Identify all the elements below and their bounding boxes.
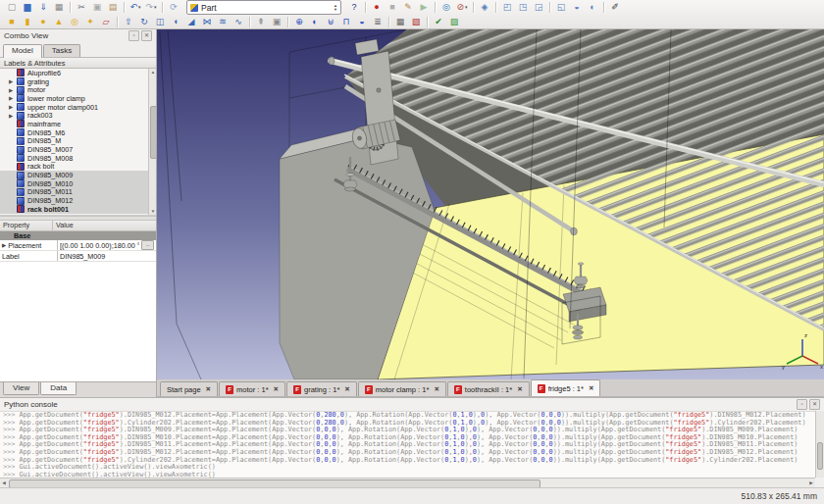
macro-record-button[interactable]: ● [370,1,384,14]
float-console-icon[interactable]: ▫ [797,399,807,410]
close-tab-icon[interactable]: ✕ [517,385,522,393]
tree-item-lower-motor-clamp[interactable]: ▶lower motor clamp [0,94,156,103]
view-top-button[interactable]: ◳ [516,1,530,14]
tree-item-aluprofile6[interactable]: Aluprofile6 [0,69,156,77]
tab-data[interactable]: Data [40,382,77,395]
console-vscroll-thumb[interactable] [817,442,823,470]
new-file-button[interactable]: ▢ [5,1,19,14]
console-hscrollbar[interactable]: ◀ ▶ [0,478,815,487]
refresh-button[interactable]: ⟳ [167,1,180,14]
property-group-base[interactable]: Base [0,231,156,240]
float-panel-icon[interactable]: ▫ [129,30,139,41]
expander-icon[interactable]: ▶ [9,78,17,84]
workbench-selector[interactable]: Part ▲▼ [186,0,341,15]
print-button[interactable]: ▦ [52,1,66,14]
undo-button[interactable]: ↶▾ [129,1,142,14]
close-tab-icon[interactable]: ✕ [344,385,349,393]
save-button[interactable]: ⇓ [36,1,50,14]
sweep-button[interactable]: ∿ [232,16,245,28]
property-value-cell[interactable]: DIN985_M009 [58,252,156,261]
paste-button[interactable]: ▤ [106,1,120,14]
macro-stop-button[interactable]: ■ [386,1,399,14]
section-button[interactable]: ◒ [355,16,369,28]
document-tab-toothrackii[interactable]: FtoothrackII : 1*✕ [447,381,530,396]
shape-builder-button[interactable]: ▱ [99,16,113,28]
property-row-placement[interactable]: ▶Placement[(0.00 1.00 0.00);180.00 °;(65… [0,240,156,251]
tree-item-din985_m007[interactable]: DIN985_M007 [0,145,156,154]
document-tab-start[interactable]: Start page✕ [160,381,218,396]
console-vscrollbar[interactable] [815,411,824,478]
expander-icon[interactable]: ▶ [9,113,17,119]
close-tab-icon[interactable]: ✕ [206,385,211,393]
whats-this-button[interactable]: ? [347,1,361,14]
boolean-cut-button[interactable]: ◐ [308,16,322,28]
tree-item-din985_m008[interactable]: DIN985_M008 [0,154,156,163]
copy-button[interactable]: ▣ [90,1,104,14]
scroll-up-icon[interactable]: ▲ [149,70,156,75]
document-tab-motor[interactable]: Fmotor clamp : 1*✕ [358,381,446,396]
expander-icon[interactable]: ▶ [2,242,6,248]
view-rear-button[interactable]: ◱ [554,1,568,14]
cut-button[interactable]: ✂ [75,1,88,14]
redo-button[interactable]: ↷▾ [144,1,158,14]
cross-sections-button[interactable]: ≣ [371,16,385,28]
expander-icon[interactable]: ▶ [9,95,17,101]
mirror-button[interactable]: ◫ [153,16,167,28]
close-panel-icon[interactable]: ✕ [141,30,152,41]
part-box-button[interactable]: ■ [5,16,19,28]
tree-item-rack-bolt001[interactable]: rack bolt001 [0,205,156,214]
loft-button[interactable]: ≋ [216,16,230,28]
tab-view[interactable]: View [3,382,39,395]
offset-button[interactable]: ⇞ [254,16,268,28]
property-row-label[interactable]: LabelDIN985_M009 [0,251,156,262]
combo-spin-icon[interactable]: ▲▼ [334,4,337,12]
dropdown-arrow-icon[interactable]: ▾ [154,3,157,12]
measure-distance-button[interactable]: ✐ [608,1,622,14]
boolean-button[interactable]: ⊕ [292,16,306,28]
extrude-button[interactable]: ⇧ [122,16,135,28]
tree-item-din985_m012[interactable]: DIN985_M012 [0,196,156,205]
tree-item-motor[interactable]: ▶motor [0,85,156,94]
macro-edit-button[interactable]: ✎ [401,1,415,14]
thickness-button[interactable]: ▣ [270,16,283,28]
macro-play-button[interactable]: ▶ [417,1,431,14]
tab-tasks[interactable]: Tasks [43,44,80,57]
tree-item-din985_m[interactable]: DIN985_M [0,137,156,146]
part-cone-button[interactable]: ▲ [52,16,66,28]
expander-icon[interactable]: ▶ [9,104,17,110]
tree-scrollbar[interactable]: ▲ ▼ [148,69,156,215]
tree-item-mainframe[interactable]: mainframe [0,120,156,128]
tree-scroll-thumb[interactable] [150,106,156,159]
view-front-button[interactable]: ◰ [500,1,514,14]
explode-compound-button[interactable]: ▧ [409,16,423,28]
scroll-right-icon[interactable]: ▶ [807,479,815,486]
edit-placement-button[interactable]: ... [141,240,154,250]
tree-item-upper-motor-clamp001[interactable]: ▶upper motor clamp001 [0,103,156,112]
tab-model[interactable]: Model [3,44,42,58]
tree-item-din985_m009[interactable]: DIN985_M009 [0,171,156,179]
view-bottom-button[interactable]: ◒ [570,1,584,14]
part-cylinder-button[interactable]: ▮ [21,16,34,28]
part-torus-button[interactable]: ◎ [68,16,81,28]
view-axonometric-button[interactable]: ◈ [478,1,491,14]
chamfer-button[interactable]: ◢ [184,16,198,28]
tree-item-din985_m011[interactable]: DIN985_M011 [0,188,156,197]
tree-item-din985_m6[interactable]: DIN985_M6 [0,128,156,137]
scroll-down-icon[interactable]: ▼ [149,209,156,214]
python-console-output[interactable]: >>> App.getDocument("fridge5").DIN985_M0… [0,411,815,478]
revolve-button[interactable]: ↻ [137,16,151,28]
check-geometry-button[interactable]: ✔ [432,16,445,28]
fit-all-button[interactable]: ◎ [439,1,453,14]
open-folder-button[interactable]: ▆ [21,1,34,14]
part-sphere-button[interactable]: ● [36,16,50,28]
ruled-surface-button[interactable]: ⋈ [200,16,214,28]
boolean-union-button[interactable]: ⊎ [324,16,337,28]
tree-item-rack003[interactable]: ▶rack003 [0,111,156,120]
compound-button[interactable]: ▦ [393,16,407,28]
view-left-button[interactable]: ◐ [586,1,599,14]
dropdown-arrow-icon[interactable]: ▾ [138,3,141,12]
view-right-button[interactable]: ◲ [532,1,545,14]
fillet-button[interactable]: ◖ [169,16,182,28]
refine-shape-button[interactable]: ▨ [447,16,461,28]
close-tab-icon[interactable]: ✕ [274,385,279,393]
